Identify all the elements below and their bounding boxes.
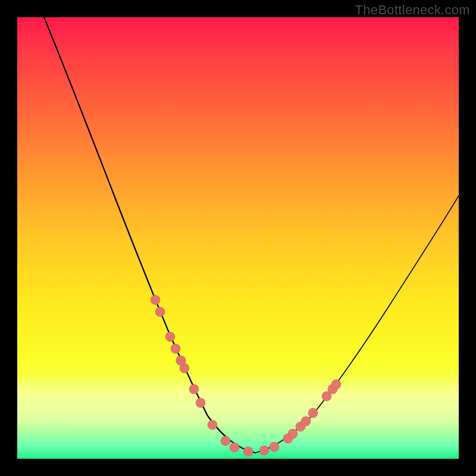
- marker-dot: [155, 307, 165, 317]
- marker-dot: [151, 295, 160, 305]
- marker-dot: [165, 332, 175, 342]
- marker-dot: [189, 384, 199, 394]
- marker-dot: [259, 446, 269, 455]
- marker-dot: [221, 436, 230, 446]
- chart-frame: TheBottleneck.com: [0, 0, 476, 476]
- marker-dot: [270, 442, 279, 452]
- marker-dot: [171, 344, 180, 353]
- marker-dot: [322, 392, 331, 401]
- marker-dot: [301, 416, 311, 426]
- v-curve-right: [255, 196, 459, 453]
- v-curve-left: [44, 17, 255, 453]
- watermark-text: TheBottleneck.com: [355, 2, 470, 18]
- marker-dot: [208, 420, 217, 430]
- marker-dot: [331, 380, 341, 389]
- marker-dot: [288, 429, 298, 439]
- marker-dots: [151, 295, 341, 456]
- curve-layer: [17, 17, 459, 459]
- marker-dot: [196, 398, 205, 408]
- marker-dot: [230, 443, 239, 452]
- marker-dot: [178, 360, 184, 366]
- plot-area: [17, 17, 459, 459]
- marker-dot: [243, 447, 253, 456]
- marker-dot: [308, 408, 318, 418]
